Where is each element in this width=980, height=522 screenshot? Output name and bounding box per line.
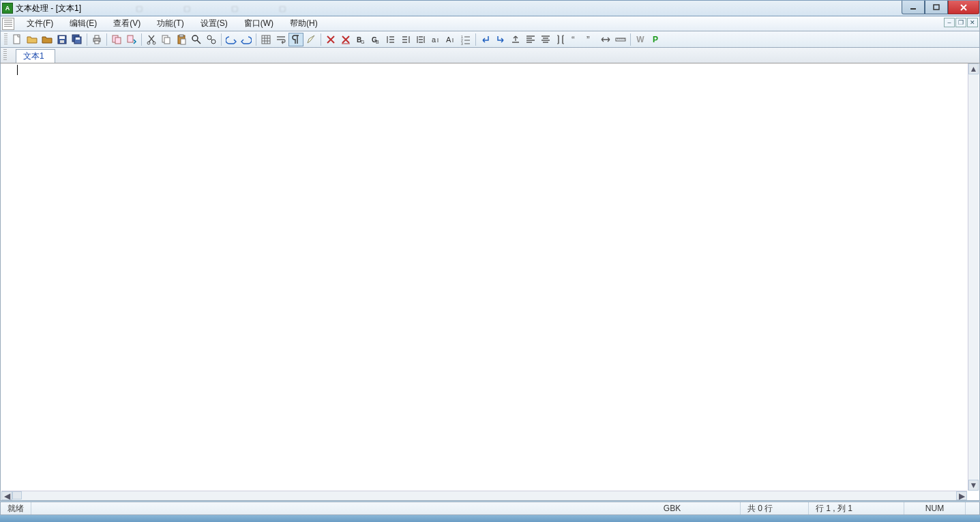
document-tabstrip: 文本1	[0, 48, 980, 63]
hscroll-thumb[interactable]	[12, 491, 22, 499]
ruler-button[interactable]	[613, 33, 628, 46]
gutter	[5, 63, 16, 491]
document-tab[interactable]: 文本1	[16, 49, 55, 63]
vscroll-track[interactable]	[968, 74, 979, 480]
number-lines-button[interactable]: 123	[458, 33, 473, 46]
delete-line-button[interactable]	[323, 33, 338, 46]
menu-file[interactable]: 文件(F)	[18, 16, 61, 31]
status-numlock: NUM	[904, 502, 966, 514]
w-button[interactable]: W	[633, 33, 648, 46]
minimize-button[interactable]	[902, 1, 925, 14]
wrap-button[interactable]	[273, 33, 288, 46]
svg-rect-4	[59, 36, 65, 39]
trim-both-button[interactable]	[413, 33, 428, 46]
return-add-button[interactable]	[478, 33, 493, 46]
mdi-minimize-button[interactable]: –	[944, 18, 955, 27]
horizontal-scrollbar[interactable]: ◀ ▶	[1, 491, 967, 500]
find-button[interactable]	[189, 33, 204, 46]
case-lower-button[interactable]: a	[428, 33, 443, 46]
status-grip[interactable]	[966, 502, 979, 514]
scroll-down-button[interactable]: ▼	[968, 480, 979, 491]
toolbar-separator	[475, 33, 476, 46]
undo-button[interactable]	[224, 33, 239, 46]
show-paragraph-button[interactable]	[288, 33, 303, 46]
quote-left-button[interactable]: “	[568, 33, 583, 46]
open-folder-button[interactable]	[40, 33, 55, 46]
document-tab-label: 文本1	[23, 50, 44, 62]
app-icon: A	[2, 3, 13, 14]
vertical-scrollbar[interactable]: ▲ ▼	[968, 63, 979, 491]
menu-help[interactable]: 帮助(H)	[282, 16, 326, 31]
scroll-right-button[interactable]: ▶	[956, 491, 967, 500]
menu-bar: 文件(F) 编辑(E) 查看(V) 功能(T) 设置(S) 窗口(W) 帮助(H…	[0, 16, 980, 31]
scroll-left-button[interactable]: ◀	[1, 491, 12, 500]
svg-rect-1	[934, 5, 939, 10]
copy-format-button[interactable]	[109, 33, 124, 46]
p-button[interactable]: P	[648, 33, 663, 46]
case-upper-button[interactable]: A	[443, 33, 458, 46]
menu-view[interactable]: 查看(V)	[105, 16, 149, 31]
svg-text:B: B	[376, 40, 379, 44]
trim-right-button[interactable]	[398, 33, 413, 46]
menu-set[interactable]: 设置(S)	[192, 16, 236, 31]
mdi-close-button[interactable]: ✕	[967, 18, 978, 27]
toolbar-separator	[321, 33, 321, 46]
cut-button[interactable]	[144, 33, 159, 46]
open-file-button[interactable]	[25, 33, 40, 46]
status-cursor-pos: 行 1 , 列 1	[809, 502, 904, 514]
grid-button[interactable]	[258, 33, 273, 46]
paste-button[interactable]	[174, 33, 189, 46]
text-editor[interactable]	[16, 63, 967, 491]
save-button[interactable]	[55, 33, 70, 46]
scroll-up-button[interactable]: ▲	[968, 63, 979, 74]
print-button[interactable]	[89, 33, 104, 46]
svg-text:A: A	[446, 35, 451, 44]
svg-text:”: ”	[586, 34, 590, 45]
taskbar-strip	[0, 515, 980, 522]
toolbar-grip[interactable]	[4, 33, 8, 46]
copy-button[interactable]	[159, 33, 174, 46]
bracket-button[interactable]	[553, 33, 568, 46]
svg-rect-14	[128, 35, 133, 42]
quote-right-button[interactable]: ”	[583, 33, 598, 46]
trim-left-button[interactable]	[383, 33, 398, 46]
toolbar-separator	[141, 33, 142, 46]
maximize-button[interactable]	[925, 1, 948, 14]
return-remove-button[interactable]	[493, 33, 508, 46]
svg-rect-25	[262, 35, 270, 44]
hscroll-track[interactable]	[22, 491, 956, 500]
width-button[interactable]	[598, 33, 613, 46]
redo-button[interactable]	[239, 33, 254, 46]
paste-format-button[interactable]	[124, 33, 139, 46]
svg-rect-13	[115, 38, 121, 44]
window-title: 文本处理 - [文本1]	[16, 3, 81, 14]
svg-rect-8	[76, 38, 80, 40]
tabstrip-grip[interactable]	[3, 49, 7, 61]
edit-mode-button[interactable]	[303, 33, 318, 46]
align-left-button[interactable]	[523, 33, 538, 46]
close-button[interactable]	[948, 1, 979, 14]
svg-text:3: 3	[461, 42, 463, 45]
new-file-button[interactable]	[10, 33, 25, 46]
menu-func[interactable]: 功能(T)	[149, 16, 192, 31]
menu-edit[interactable]: 编辑(E)	[61, 16, 105, 31]
svg-text:G: G	[361, 40, 364, 44]
toolbar-separator	[221, 33, 222, 46]
menu-window[interactable]: 窗口(W)	[236, 16, 282, 31]
delete-dup-button[interactable]	[338, 33, 353, 46]
document-icon[interactable]	[2, 18, 14, 30]
toolbar-separator	[106, 33, 107, 46]
svg-rect-20	[179, 35, 183, 37]
align-center-button[interactable]	[538, 33, 553, 46]
find-replace-button[interactable]	[204, 33, 219, 46]
line-up-button[interactable]	[508, 33, 523, 46]
svg-rect-11	[95, 41, 99, 44]
status-bar: 就绪 GBK 共 0 行 行 1 , 列 1 NUM	[0, 502, 980, 515]
text-cursor	[17, 65, 18, 75]
gb-bold-button[interactable]: GB	[368, 33, 383, 46]
mdi-restore-button[interactable]: ❐	[955, 18, 966, 27]
svg-rect-5	[60, 40, 64, 43]
save-all-button[interactable]	[70, 33, 85, 46]
svg-rect-2	[14, 35, 20, 44]
bold-gb-button[interactable]: BG	[353, 33, 368, 46]
